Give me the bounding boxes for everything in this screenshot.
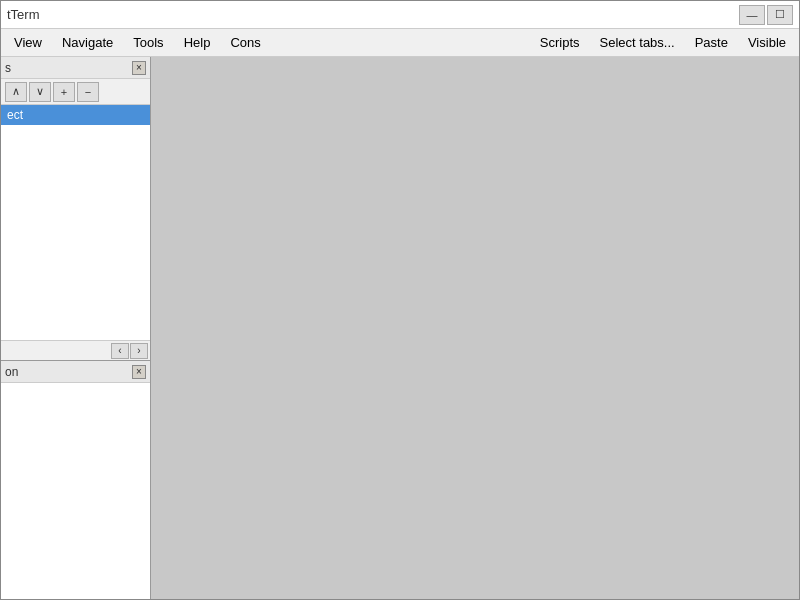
- title-bar-controls: — ☐: [739, 5, 793, 25]
- menu-paste[interactable]: Paste: [686, 30, 737, 55]
- sessions-list: ect: [1, 105, 150, 340]
- sessions-pane: s × ∧ ∨ + − ect ‹ ›: [1, 57, 150, 361]
- menu-scripts[interactable]: Scripts: [531, 30, 589, 55]
- session-remove-button[interactable]: −: [77, 82, 99, 102]
- menu-bar: View Navigate Tools Help Cons Scripts Se…: [1, 29, 799, 57]
- connection-pane-close-button[interactable]: ×: [132, 365, 146, 379]
- session-add-button[interactable]: +: [53, 82, 75, 102]
- title-bar: tTerm — ☐: [1, 1, 799, 29]
- sessions-pane-toolbar: ∧ ∨ + −: [1, 79, 150, 105]
- menu-help[interactable]: Help: [175, 30, 220, 55]
- menu-navigate[interactable]: Navigate: [53, 30, 122, 55]
- sessions-pane-close-button[interactable]: ×: [132, 61, 146, 75]
- menu-visible[interactable]: Visible: [739, 30, 795, 55]
- menu-bar-right: Scripts Select tabs... Paste Visible: [531, 30, 795, 55]
- main-content: [151, 57, 799, 600]
- title-bar-left: tTerm: [7, 7, 40, 22]
- connection-content: [1, 383, 150, 600]
- connection-pane-titlebar: on ×: [1, 361, 150, 383]
- session-item[interactable]: ect: [1, 105, 150, 125]
- connection-pane-title: on: [5, 365, 18, 379]
- menu-tools[interactable]: Tools: [124, 30, 172, 55]
- app-title: tTerm: [7, 7, 40, 22]
- minimize-button[interactable]: —: [739, 5, 765, 25]
- menu-view[interactable]: View: [5, 30, 51, 55]
- connection-pane: on ×: [1, 361, 150, 600]
- menu-cons[interactable]: Cons: [221, 30, 269, 55]
- left-panel: s × ∧ ∨ + − ect ‹ › on ×: [1, 57, 151, 600]
- menu-select-tabs[interactable]: Select tabs...: [591, 30, 684, 55]
- sessions-pane-titlebar: s ×: [1, 57, 150, 79]
- sessions-pane-title: s: [5, 61, 11, 75]
- session-up-button[interactable]: ∧: [5, 82, 27, 102]
- main-layout: s × ∧ ∨ + − ect ‹ › on ×: [1, 57, 799, 600]
- close-button[interactable]: ☐: [767, 5, 793, 25]
- scroll-left-button[interactable]: ‹: [111, 343, 129, 359]
- sessions-scrollbar-area: ‹ ›: [1, 340, 150, 360]
- scroll-right-button[interactable]: ›: [130, 343, 148, 359]
- session-down-button[interactable]: ∨: [29, 82, 51, 102]
- menu-bar-left: View Navigate Tools Help Cons: [5, 30, 270, 55]
